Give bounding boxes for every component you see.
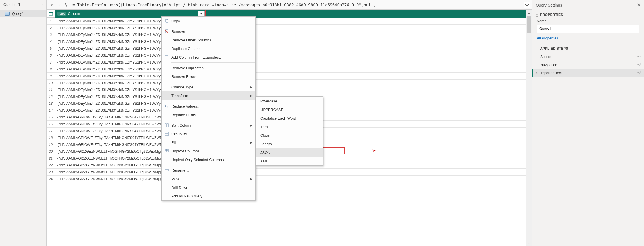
- svg-rect-19: [165, 169, 168, 171]
- table-row[interactable]: 4{"id":"AAMkADEyMmJmZDU3LWM0YzktNGZmYS1h…: [47, 38, 526, 45]
- queries-title: Queries [1]: [3, 3, 22, 7]
- scroll-up-icon[interactable]: ▲: [526, 10, 532, 15]
- submenu-uppercase[interactable]: UPPERCASE: [256, 105, 323, 114]
- submenu-capitalize[interactable]: Capitalize Each Word: [256, 114, 323, 122]
- transform-submenu: lowercase UPPERCASE Capitalize Each Word…: [256, 96, 323, 166]
- table-row[interactable]: 2{"id":"AAMkADEyMmJmZDU3LWM0YzktNGZmYS1h…: [47, 25, 526, 31]
- svg-rect-13: [167, 124, 168, 127]
- svg-rect-15: [165, 134, 168, 136]
- menu-unpivot-sel[interactable]: Unpivot Only Selected Columns: [162, 155, 255, 164]
- row-number: 17: [47, 128, 55, 134]
- accept-formula-icon[interactable]: ✓: [57, 2, 63, 8]
- caret-down-icon: ▢: [536, 47, 538, 50]
- submenu-json[interactable]: JSON: [256, 148, 323, 157]
- row-number: 1: [47, 18, 55, 24]
- center-pane: ✕ ✓ fx = Table.FromColumns({Lines.FromBi…: [47, 0, 532, 246]
- scroll-thumb[interactable]: [527, 16, 531, 33]
- table-row[interactable]: 6{"id":"AAMkADEyMmJmZDU3LWM0YzktNGZmYS1h…: [47, 52, 526, 59]
- settings-title: Query Settings: [536, 3, 562, 7]
- svg-rect-5: [166, 20, 168, 23]
- table-row[interactable]: 8{"id":"AAMkADEyMmJmZDU3LWM0YzktNGZmYS1h…: [47, 66, 526, 73]
- table-row[interactable]: 7{"id":"AAMkADEyMmJmZDU3LWM0YzktNGZmYS1h…: [47, 59, 526, 66]
- formula-bar: ✕ ✓ fx = Table.FromColumns({Lines.FromBi…: [47, 0, 532, 10]
- submenu-length[interactable]: Length: [256, 140, 323, 148]
- formula-input[interactable]: = Table.FromColumns({Lines.FromBinary(#"…: [70, 2, 522, 8]
- properties-section-header[interactable]: ▢ PROPERTIES: [532, 10, 644, 19]
- gear-icon[interactable]: [637, 71, 641, 76]
- fx-icon[interactable]: fx: [65, 2, 67, 7]
- row-number: 13: [47, 100, 55, 107]
- all-properties-link[interactable]: All Properties: [532, 35, 644, 44]
- cancel-formula-icon[interactable]: ✕: [49, 2, 55, 8]
- query-settings-pane: Query Settings ✕ ▢ PROPERTIES Name All P…: [532, 0, 644, 246]
- step-navigation[interactable]: Navigation: [532, 61, 644, 69]
- row-number: 18: [47, 134, 55, 141]
- menu-copy[interactable]: Copy: [162, 17, 255, 25]
- row-number: 11: [47, 86, 55, 93]
- row-number: 2: [47, 25, 55, 31]
- column-type-icon: ABC: [57, 12, 66, 16]
- formula-expand-icon[interactable]: [524, 2, 530, 8]
- menu-rename[interactable]: Rename…: [162, 166, 255, 174]
- step-source[interactable]: Source: [532, 53, 644, 61]
- submenu-xml[interactable]: XML: [256, 157, 323, 165]
- menu-replace-errors[interactable]: Replace Errors…: [162, 110, 255, 119]
- svg-rect-14: [165, 132, 168, 134]
- menu-add-query[interactable]: Add as New Query: [162, 192, 255, 200]
- menu-remove-dup[interactable]: Remove Duplicates: [162, 64, 255, 72]
- table-row[interactable]: 9{"id":"AAMkADEyMmJmZDU3LWM0YzktNGZmYS1h…: [47, 73, 526, 80]
- menu-duplicate[interactable]: Duplicate Column: [162, 44, 255, 53]
- gear-icon[interactable]: [637, 63, 641, 68]
- menu-drill[interactable]: Drill Down: [162, 183, 255, 192]
- submenu-clean[interactable]: Clean: [256, 131, 323, 140]
- queries-collapse-icon[interactable]: ‹: [42, 2, 43, 7]
- menu-change-type[interactable]: Change Type▶: [162, 83, 255, 91]
- menu-split-column[interactable]: Split Column▶: [162, 121, 255, 130]
- svg-rect-8: [165, 55, 168, 59]
- table-row[interactable]: 1{"id":"AAMkADEyMmJmZDU3LWM0YzktNGZmYS1h…: [47, 18, 526, 25]
- scroll-down-icon[interactable]: ▼: [526, 240, 532, 246]
- menu-group-by[interactable]: Group By…: [162, 130, 255, 138]
- menu-fill[interactable]: Fill▶: [162, 138, 255, 147]
- svg-rect-12: [165, 124, 166, 127]
- svg-point-22: [638, 64, 640, 65]
- query-name-input[interactable]: [537, 25, 639, 33]
- table-row[interactable]: 10{"id":"AAMkADEyMmJmZDU3LWM0YzktNGZmYS1…: [47, 80, 526, 86]
- row-number: 12: [47, 93, 55, 100]
- gear-icon[interactable]: [637, 55, 641, 59]
- table-row[interactable]: 11{"id":"AAMkADEyMmJmZDU3LWM0YzktNGZmYS1…: [47, 86, 526, 93]
- row-number: 5: [47, 45, 55, 52]
- row-number: 7: [47, 59, 55, 66]
- table-row[interactable]: 24{"id":"AAMkAGI2ZGEzNWMzLTFhOGItNGY2Mi0…: [47, 176, 526, 182]
- table-row[interactable]: 5{"id":"AAMkADEyMmJmZDU3LWM0YzktNGZmYS1h…: [47, 45, 526, 52]
- step-imported-text[interactable]: ✕ Imported Text: [532, 69, 644, 77]
- table-corner-button[interactable]: [47, 10, 55, 18]
- menu-remove[interactable]: Remove: [162, 27, 255, 36]
- menu-transform[interactable]: Transform▶: [162, 91, 255, 100]
- name-field-label: Name: [532, 19, 644, 24]
- applied-steps-header[interactable]: ▢ APPLIED STEPS: [532, 44, 644, 52]
- submenu-lowercase[interactable]: lowercase: [256, 97, 323, 105]
- menu-replace-values[interactable]: 12Replace Values…: [162, 102, 255, 110]
- row-number: 3: [47, 31, 55, 38]
- table-row[interactable]: 23{"id":"AAMkAGI2ZGEzNWMzLTFhOGItNGY2Mi0…: [47, 169, 526, 176]
- menu-remove-err[interactable]: Remove Errors: [162, 72, 255, 81]
- row-number: 15: [47, 114, 55, 120]
- menu-unpivot[interactable]: Unpivot Columns: [162, 147, 255, 155]
- svg-rect-16: [165, 149, 168, 152]
- row-number: 23: [47, 169, 55, 175]
- table-icon: [5, 12, 10, 16]
- delete-step-icon[interactable]: ✕: [535, 71, 538, 75]
- settings-close-icon[interactable]: ✕: [637, 2, 641, 8]
- column-dropdown-button[interactable]: [198, 11, 205, 17]
- menu-move[interactable]: Move▶: [162, 174, 255, 183]
- row-number: 4: [47, 38, 55, 45]
- menu-remove-other[interactable]: Remove Other Columns: [162, 36, 255, 44]
- menu-add-examples[interactable]: Add Column From Examples…: [162, 53, 255, 61]
- query-item[interactable]: Query1: [0, 10, 46, 17]
- table-row[interactable]: 3{"id":"AAMkADEyMmJmZDU3LWM0YzktNGZmYS1h…: [47, 31, 526, 38]
- row-number: 21: [47, 155, 55, 162]
- queries-pane: Queries [1] ‹ Query1: [0, 0, 47, 246]
- submenu-trim[interactable]: Trim: [256, 122, 323, 131]
- vertical-scrollbar[interactable]: ▲ ▼: [526, 10, 532, 246]
